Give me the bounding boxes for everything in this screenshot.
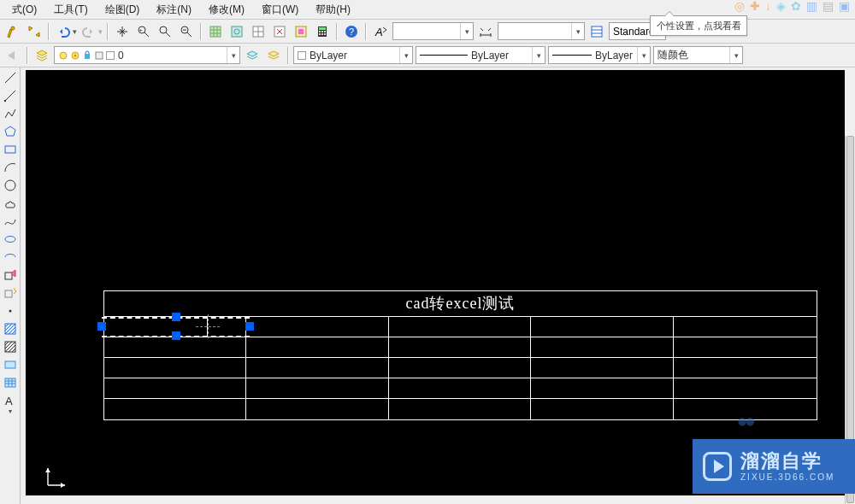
pan-button[interactable] bbox=[113, 22, 132, 41]
ellipse-button[interactable] bbox=[1, 231, 20, 248]
table-row[interactable] bbox=[104, 358, 817, 378]
undo-dd[interactable]: ▾ bbox=[73, 27, 77, 36]
match-prop-button[interactable] bbox=[3, 22, 22, 41]
svg-rect-17 bbox=[319, 31, 321, 32]
layer-states-button[interactable] bbox=[243, 46, 262, 65]
plotstyle-combo[interactable]: 随颜色 ▾ bbox=[653, 46, 743, 64]
pline-button[interactable] bbox=[1, 105, 20, 122]
color-swatch bbox=[298, 51, 306, 60]
grip-mid[interactable] bbox=[172, 313, 180, 321]
zoom-realtime[interactable]: + bbox=[134, 22, 153, 41]
svg-rect-40 bbox=[5, 290, 12, 297]
svg-point-38 bbox=[5, 237, 15, 243]
svg-rect-21 bbox=[321, 33, 323, 35]
table-row[interactable] bbox=[104, 337, 817, 358]
svg-line-7 bbox=[187, 32, 192, 37]
svg-rect-26 bbox=[592, 26, 602, 37]
svg-line-5 bbox=[166, 32, 170, 37]
spline-button[interactable] bbox=[1, 213, 20, 230]
mtext-dd[interactable]: ▾ bbox=[9, 407, 12, 415]
tool-palette-3[interactable] bbox=[249, 22, 268, 41]
watermark-decoration: ●● bbox=[736, 410, 752, 432]
redo-dd[interactable]: ▾ bbox=[98, 27, 103, 36]
table-row[interactable] bbox=[104, 399, 817, 419]
table-button[interactable] bbox=[1, 374, 20, 391]
layer-combo[interactable]: 0 ▾ bbox=[54, 46, 240, 64]
help-button[interactable]: ? bbox=[342, 22, 361, 41]
color-combo[interactable]: ByLayer ▾ bbox=[293, 46, 413, 64]
ellipse-arc-button[interactable] bbox=[1, 249, 20, 266]
table-row[interactable] bbox=[104, 378, 817, 399]
text-style-combo[interactable]: ▾ bbox=[392, 22, 474, 40]
model-space[interactable]: cad转excel测试 bbox=[26, 70, 845, 495]
grip-mid2[interactable] bbox=[172, 331, 180, 340]
table-title: cad转excel测试 bbox=[104, 291, 817, 317]
menu-format[interactable]: 式(O) bbox=[3, 3, 45, 17]
color-value: ByLayer bbox=[310, 50, 347, 62]
zoom-extent-dd[interactable] bbox=[25, 22, 44, 41]
svg-point-34 bbox=[3, 100, 5, 102]
lineweight-combo[interactable]: ByLayer ▾ bbox=[548, 46, 651, 64]
svg-line-33 bbox=[5, 91, 15, 101]
tool-palette-2[interactable] bbox=[227, 22, 246, 41]
insert-button[interactable] bbox=[1, 267, 20, 284]
tool-palette-4[interactable] bbox=[270, 22, 289, 41]
tray-icon-5: ✿ bbox=[791, 0, 801, 13]
zoom-window[interactable] bbox=[156, 22, 174, 41]
cad-table[interactable]: cad转excel测试 bbox=[103, 290, 817, 420]
table-style-button[interactable] bbox=[587, 22, 606, 41]
sep bbox=[27, 47, 28, 64]
tray-icon-8: ▣ bbox=[839, 0, 850, 13]
grip-end[interactable] bbox=[245, 322, 254, 331]
polygon-button[interactable] bbox=[1, 123, 20, 140]
ray-button[interactable] bbox=[1, 87, 20, 104]
menu-draw[interactable]: 绘图(D) bbox=[97, 3, 149, 17]
settings-hint-balloon[interactable]: 个性设置，点我看看 bbox=[650, 15, 747, 36]
grip-start[interactable] bbox=[97, 322, 106, 331]
mtext-button[interactable]: A bbox=[1, 392, 20, 409]
calculator-button[interactable] bbox=[313, 22, 332, 41]
svg-rect-16 bbox=[319, 27, 326, 30]
undo-button[interactable] bbox=[54, 22, 73, 41]
menu-tools[interactable]: 工具(T) bbox=[45, 3, 96, 17]
gradient-button[interactable] bbox=[1, 338, 20, 355]
circle-button[interactable] bbox=[1, 177, 20, 194]
svg-rect-39 bbox=[5, 273, 12, 279]
sep bbox=[107, 23, 109, 40]
linetype-sample bbox=[420, 55, 468, 56]
redo-button[interactable] bbox=[80, 22, 98, 41]
svg-rect-14 bbox=[298, 29, 304, 34]
sep bbox=[200, 23, 202, 40]
svg-point-27 bbox=[60, 52, 67, 59]
rect-button[interactable] bbox=[1, 141, 20, 158]
svg-rect-36 bbox=[5, 146, 15, 153]
revcloud-button[interactable] bbox=[1, 195, 20, 212]
title-tray-icons: ◎ ✚ ↓ ◈ ✿ ▥ ▤ ▣ bbox=[734, 0, 850, 12]
block-button[interactable] bbox=[1, 284, 20, 302]
menu-modify[interactable]: 修改(M) bbox=[200, 3, 253, 17]
dim-style-combo[interactable]: ▾ bbox=[498, 22, 585, 40]
text-style-A-button[interactable]: A bbox=[371, 22, 390, 41]
tool-palette-5[interactable] bbox=[292, 22, 310, 41]
linetype-combo[interactable]: ByLayer ▾ bbox=[416, 46, 545, 64]
layer-iso-button[interactable] bbox=[264, 46, 283, 65]
arc-button[interactable] bbox=[1, 159, 20, 176]
zoom-prev[interactable] bbox=[177, 22, 196, 41]
svg-text:A: A bbox=[374, 26, 383, 38]
menu-window[interactable]: 窗口(W) bbox=[253, 3, 307, 17]
crosshair bbox=[208, 314, 209, 338]
menu-help[interactable]: 帮助(H) bbox=[307, 3, 359, 17]
menu-dimension[interactable]: 标注(N) bbox=[148, 3, 200, 17]
dim-style-button[interactable] bbox=[476, 22, 495, 41]
layer-manager-button[interactable] bbox=[32, 46, 51, 65]
table-row[interactable] bbox=[104, 317, 817, 337]
tool-palette-1[interactable] bbox=[206, 22, 225, 41]
layer-prev-button[interactable] bbox=[3, 46, 22, 65]
svg-rect-19 bbox=[324, 31, 326, 32]
svg-rect-31 bbox=[96, 52, 103, 59]
svg-rect-9 bbox=[232, 26, 242, 37]
region-button[interactable] bbox=[1, 356, 20, 373]
point-button[interactable] bbox=[1, 302, 20, 319]
hatch-button[interactable] bbox=[1, 320, 20, 337]
line-button[interactable] bbox=[1, 69, 20, 86]
